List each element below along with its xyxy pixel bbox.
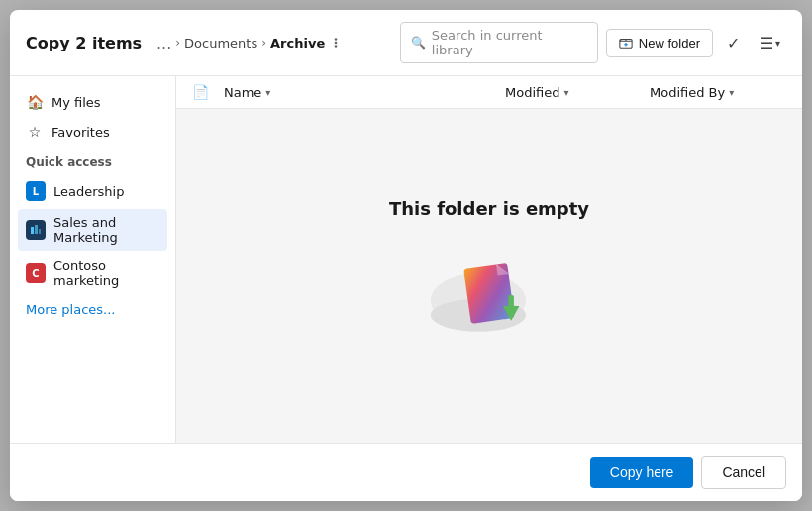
breadcrumb-sep-1: › <box>175 36 180 50</box>
main-content: 📄 Name ▾ Modified ▾ Modified By ▾ <box>176 76 802 443</box>
search-placeholder: Search in current library <box>432 28 587 57</box>
sidebar-item-contoso[interactable]: C Contoso marketing <box>18 253 167 294</box>
col-modified[interactable]: Modified ▾ <box>505 85 642 100</box>
col-modified-by[interactable]: Modified By ▾ <box>650 85 786 100</box>
star-icon: ☆ <box>26 124 44 140</box>
sales-icon <box>29 223 43 237</box>
copy-items-modal: Copy 2 items ... › Documents › Archive <box>10 10 802 501</box>
modal-body: 🏠 My files ☆ Favorites Quick access L Le… <box>10 76 802 443</box>
empty-folder-illustration <box>415 235 563 354</box>
breadcrumb-current: Archive <box>270 36 343 51</box>
new-folder-icon <box>619 36 633 50</box>
home-icon: 🏠 <box>26 94 44 110</box>
confirm-button[interactable]: ✓ <box>721 28 746 58</box>
breadcrumb-dots[interactable]: ... <box>156 34 171 52</box>
view-icon: ☰ <box>760 34 773 52</box>
file-type-icon: 📄 <box>192 84 209 100</box>
file-list-header: 📄 Name ▾ Modified ▾ Modified By ▾ <box>176 76 802 109</box>
more-places-link[interactable]: More places... <box>18 296 167 323</box>
sales-marketing-avatar <box>26 220 46 240</box>
svg-rect-6 <box>35 225 38 234</box>
cancel-button[interactable]: Cancel <box>701 456 786 489</box>
svg-rect-7 <box>39 229 41 234</box>
col-name[interactable]: Name ▾ <box>224 85 497 100</box>
svg-rect-16 <box>508 295 514 308</box>
leadership-avatar: L <box>26 181 46 201</box>
empty-state: This folder is empty <box>176 109 802 443</box>
copy-here-button[interactable]: Copy here <box>590 457 694 488</box>
svg-point-0 <box>335 38 338 41</box>
svg-point-2 <box>335 45 338 48</box>
svg-point-1 <box>335 42 338 45</box>
sidebar-item-sales-marketing[interactable]: Sales and Marketing <box>18 209 167 251</box>
sidebar-item-favorites[interactable]: ☆ Favorites <box>18 118 167 146</box>
chevron-down-icon: ▾ <box>775 38 780 49</box>
select-all-col: 📄 <box>192 84 216 100</box>
breadcrumb: ... › Documents › Archive <box>156 34 388 52</box>
contoso-avatar: C <box>26 263 46 283</box>
new-folder-button[interactable]: New folder <box>606 29 713 57</box>
view-options-button[interactable]: ☰ ▾ <box>754 28 786 58</box>
sidebar-item-myfiles[interactable]: 🏠 My files <box>18 88 167 116</box>
modified-by-sort-icon: ▾ <box>729 87 734 98</box>
search-icon: 🔍 <box>411 36 426 50</box>
breadcrumb-sep-2: › <box>261 36 266 50</box>
quick-access-label: Quick access <box>18 148 167 173</box>
empty-state-message: This folder is empty <box>389 198 589 219</box>
modified-sort-icon: ▾ <box>563 87 568 98</box>
modal-title: Copy 2 items <box>26 34 145 52</box>
svg-rect-5 <box>31 227 34 234</box>
svg-rect-12 <box>463 263 515 324</box>
breadcrumb-documents[interactable]: Documents <box>184 36 257 51</box>
sidebar-item-leadership[interactable]: L Leadership <box>18 175 167 207</box>
modal-overlay: Copy 2 items ... › Documents › Archive <box>0 0 812 511</box>
modal-footer: Copy here Cancel <box>10 443 802 501</box>
breadcrumb-settings-icon[interactable] <box>329 36 343 50</box>
modal-header: Copy 2 items ... › Documents › Archive <box>10 10 802 76</box>
name-sort-icon: ▾ <box>265 87 270 98</box>
search-box[interactable]: 🔍 Search in current library <box>400 22 598 63</box>
header-actions: 🔍 Search in current library New folder ✓… <box>400 22 786 63</box>
sidebar: 🏠 My files ☆ Favorites Quick access L Le… <box>10 76 176 443</box>
